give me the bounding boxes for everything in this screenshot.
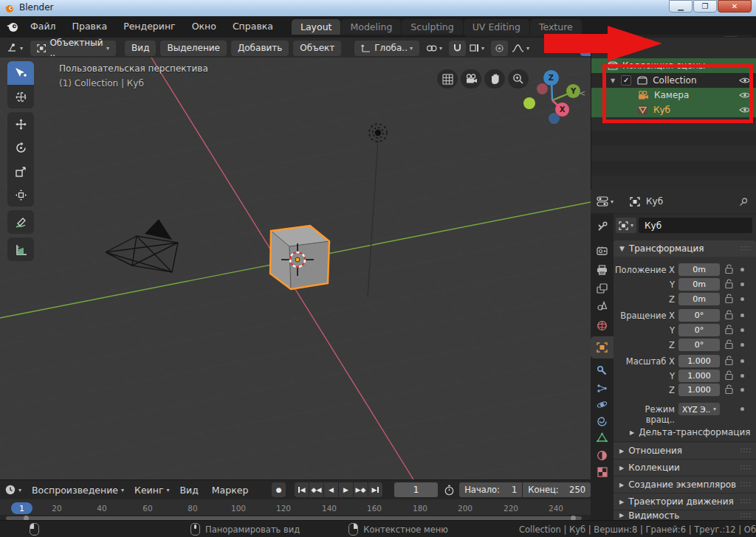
transform-orientation-selector[interactable]: Глоба..▾ — [354, 41, 419, 56]
menu-keying[interactable]: Кеинг — [134, 485, 163, 496]
jump-to-end-button[interactable]: ▶ — [368, 482, 382, 497]
animate-dot[interactable] — [740, 359, 744, 363]
animate-dot[interactable] — [740, 268, 744, 271]
gizmo-y-neg-axis[interactable] — [523, 97, 535, 109]
cube-object[interactable] — [270, 226, 329, 289]
rotation-x-field[interactable]: 0° — [678, 309, 720, 322]
eye-icon[interactable] — [739, 77, 751, 84]
outliner-row-cube[interactable]: Куб — [591, 103, 756, 117]
gizmo-z-axis[interactable]: Z — [543, 70, 559, 86]
pin-icon[interactable] — [739, 197, 749, 207]
collection-checkbox[interactable]: ✓ — [621, 75, 631, 86]
eye-icon[interactable] — [739, 106, 751, 114]
scale-x-field[interactable]: 1.000 — [678, 355, 720, 367]
prev-keyframe-button[interactable]: ◆◀ — [309, 482, 323, 497]
lock-icon[interactable] — [724, 370, 734, 381]
lock-icon[interactable] — [724, 263, 734, 274]
light-object[interactable] — [369, 124, 387, 142]
frame-start-field[interactable]: Начало:1 — [459, 482, 522, 497]
menu-marker[interactable]: Маркер — [212, 485, 249, 496]
camera-view-button[interactable] — [461, 69, 481, 89]
rotation-y-field[interactable]: 0° — [678, 324, 720, 336]
animate-dot[interactable] — [740, 313, 744, 317]
animate-dot[interactable] — [740, 283, 744, 286]
close-button[interactable]: ✕ — [718, 0, 752, 13]
proportional-edit-button[interactable] — [491, 41, 508, 56]
tab-world[interactable] — [591, 316, 614, 335]
workspace-tab-texture[interactable]: Texture — [530, 19, 582, 35]
menu-view[interactable]: Вид — [125, 41, 156, 56]
next-keyframe-button[interactable]: ▶◆ — [354, 482, 368, 497]
tab-object-data[interactable] — [591, 428, 614, 447]
timeline-ruler[interactable]: 1 20 40 60 80 100 120 140 160 180 200 22… — [0, 499, 591, 515]
gizmo-z-neg-axis[interactable] — [549, 113, 560, 124]
lock-icon[interactable] — [724, 355, 734, 366]
outliner-row-collection[interactable]: ▼ ✓ Collection — [591, 73, 756, 88]
rotate-tool-button[interactable] — [7, 136, 34, 159]
snap-target-button[interactable]: ▾ — [467, 41, 487, 56]
section-collections[interactable]: ▶Коллекции········ — [614, 460, 756, 477]
use-preview-range-button[interactable] — [444, 485, 455, 496]
animate-dot[interactable] — [740, 297, 744, 301]
maximize-button[interactable]: ❐ — [693, 0, 717, 13]
lock-icon[interactable] — [724, 309, 734, 320]
menu-add[interactable]: Добавить — [231, 41, 289, 56]
animate-dot[interactable] — [740, 374, 744, 378]
blender-app-icon[interactable] — [6, 20, 19, 33]
section-visibility[interactable]: ▶Видимость········ — [614, 510, 756, 521]
outliner-row-scene-collection[interactable]: Коллекция сцены — [591, 58, 756, 73]
object-name-input[interactable]: Куб — [639, 218, 752, 233]
menu-select[interactable]: Выделение — [160, 41, 226, 56]
tab-object[interactable] — [591, 336, 614, 358]
timeline-editor-type-button[interactable]: ▾ — [4, 484, 21, 496]
expand-triangle-icon[interactable]: ▼ — [611, 77, 615, 84]
lock-icon[interactable] — [724, 384, 734, 395]
section-instancing[interactable]: ▶Создание экземпляров········ — [614, 477, 756, 493]
menu-view[interactable]: Вид — [179, 485, 198, 496]
animate-dot[interactable] — [740, 343, 744, 347]
workspace-tab-uvediting[interactable]: UV Editing — [464, 19, 529, 35]
location-y-field[interactable]: 0m — [678, 278, 720, 291]
outliner-row-camera[interactable]: Камера — [591, 88, 756, 103]
snap-pivot-button[interactable]: ▾ — [424, 41, 444, 56]
mode-selector[interactable]: Объектный ..▾ — [30, 41, 116, 56]
toggle-projection-button[interactable] — [437, 69, 458, 89]
animate-dot[interactable] — [740, 407, 744, 411]
sidebar-toggle-chevron[interactable]: < — [579, 89, 585, 98]
editor-type-dropdown-arrow[interactable]: ▾ — [611, 198, 614, 205]
measure-tool-button[interactable] — [7, 238, 34, 261]
cursor-tool-button[interactable] — [7, 85, 34, 108]
auto-keying-button[interactable]: ● — [272, 482, 286, 497]
show-gizmo-button[interactable]: ▾ — [555, 41, 576, 56]
playhead-chip[interactable]: 1 — [11, 502, 32, 514]
snap-toggle-button[interactable] — [449, 41, 466, 56]
tab-modifiers[interactable] — [591, 361, 614, 380]
rotation-z-field[interactable]: 0° — [678, 339, 720, 351]
location-x-field[interactable]: 0m — [678, 263, 720, 276]
scale-tool-button[interactable] — [7, 159, 34, 183]
delta-transform-subpanel[interactable]: ▶ Дельта-трансформация — [624, 425, 751, 440]
gizmo-x-neg-axis[interactable] — [537, 83, 548, 94]
eye-icon[interactable] — [739, 91, 751, 99]
select-tool-button[interactable] — [7, 61, 34, 85]
frame-end-field[interactable]: Конец:250 — [523, 482, 591, 497]
move-tool-button[interactable] — [7, 112, 34, 136]
object-id-icon-button[interactable]: ▾ — [616, 218, 636, 233]
scale-y-field[interactable]: 1.000 — [678, 370, 720, 382]
animate-dot[interactable] — [740, 328, 744, 332]
tab-texture[interactable] — [591, 462, 614, 482]
menu-render[interactable]: Рендеринг — [115, 16, 184, 37]
lock-icon[interactable] — [724, 324, 734, 335]
tab-scene[interactable] — [591, 296, 614, 315]
minimize-button[interactable]: ▁ — [669, 0, 693, 13]
properties-editor-icon[interactable] — [597, 196, 608, 207]
pan-view-button[interactable] — [484, 69, 505, 89]
jump-to-start-button[interactable]: ◀ — [295, 482, 309, 497]
menu-help[interactable]: Справка — [224, 16, 281, 37]
location-z-field[interactable]: 0m — [678, 293, 720, 305]
section-motion-paths[interactable]: ▶Траектории движения········ — [614, 493, 756, 510]
panel-grip-icon[interactable]: ········ — [740, 246, 752, 252]
lock-icon[interactable] — [724, 293, 734, 304]
section-relations[interactable]: ▶Отношения········ — [614, 443, 756, 460]
lock-icon[interactable] — [724, 278, 734, 289]
